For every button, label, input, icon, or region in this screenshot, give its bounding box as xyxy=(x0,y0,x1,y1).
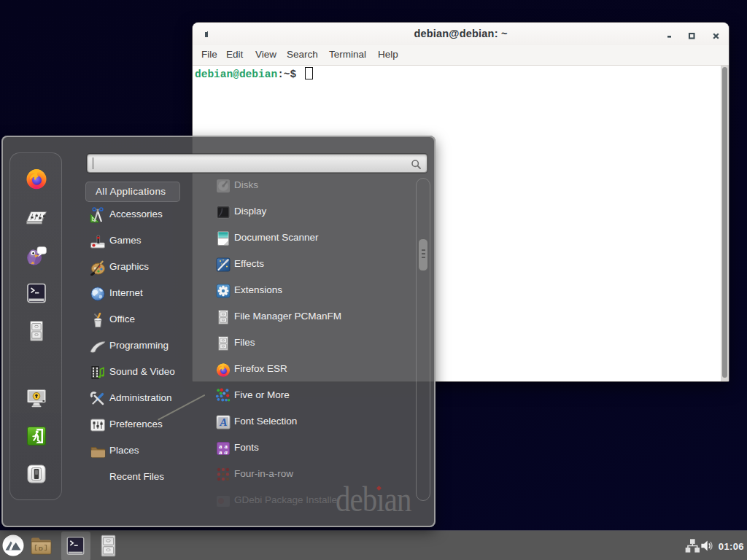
svg-text:a: a xyxy=(225,448,228,455)
svg-text:D: D xyxy=(39,545,43,552)
svg-text:A: A xyxy=(220,416,228,428)
svg-text:a: a xyxy=(219,448,222,455)
